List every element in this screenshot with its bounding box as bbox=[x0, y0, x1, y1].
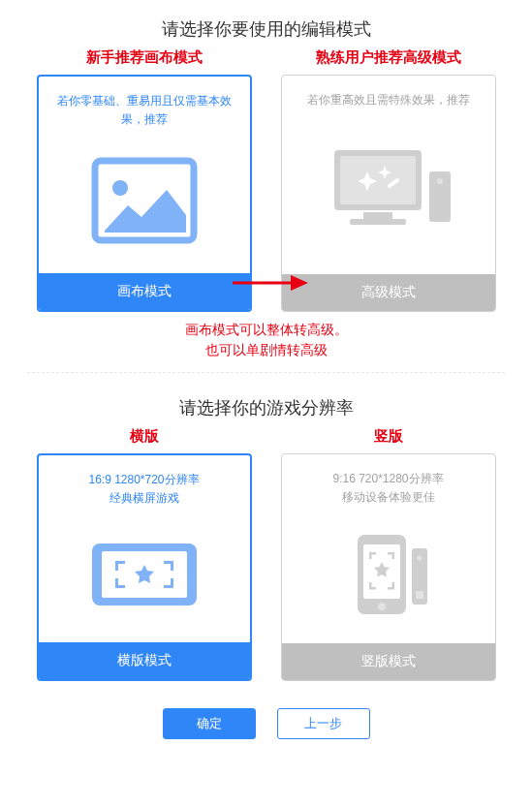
svg-point-3 bbox=[112, 180, 128, 196]
portrait-device-icon bbox=[340, 531, 437, 618]
svg-rect-7 bbox=[350, 219, 406, 225]
section2-title: 请选择你的游戏分辨率 bbox=[0, 379, 532, 427]
advanced-mode-card[interactable]: 若你重高效且需特殊效果，推荐 高级模式 bbox=[281, 75, 496, 312]
canvas-mode-footer: 画布模式 bbox=[39, 273, 250, 310]
resolution-cards: 横版 16:9 1280*720分辨率 经典横屏游戏 bbox=[0, 427, 532, 681]
svg-rect-31 bbox=[391, 582, 394, 589]
annotation-line1: 画布模式可以整体转高级。 bbox=[121, 320, 412, 340]
canvas-mode-card[interactable]: 若你零基础、重易用且仅需基本效果，推荐 画布模式 bbox=[37, 75, 252, 312]
landscape-device-icon bbox=[86, 536, 203, 613]
svg-rect-34 bbox=[416, 591, 423, 599]
computer-sparkle-icon bbox=[321, 142, 456, 239]
landscape-desc: 16:9 1280*720分辨率 经典横屏游戏 bbox=[39, 455, 250, 513]
svg-rect-20 bbox=[171, 578, 173, 588]
edit-mode-cards: 新手推荐画布模式 若你零基础、重易用且仅需基本效果，推荐 画布模式 熟练用户推荐… bbox=[0, 48, 532, 312]
svg-point-23 bbox=[378, 603, 386, 610]
back-button[interactable]: 上一步 bbox=[277, 708, 370, 739]
advanced-mode-desc: 若你重高效且需特殊效果，推荐 bbox=[282, 76, 495, 115]
advanced-mode-label: 熟练用户推荐高级模式 bbox=[316, 48, 461, 67]
section1-title: 请选择你要使用的编辑模式 bbox=[0, 0, 532, 48]
mode-annotation: 画布模式可以整体转高级。 也可以单剧情转高级 bbox=[121, 320, 412, 360]
svg-point-9 bbox=[437, 178, 443, 184]
landscape-label: 横版 bbox=[130, 427, 159, 446]
advanced-mode-media bbox=[282, 115, 495, 274]
landscape-media bbox=[39, 513, 250, 642]
svg-rect-25 bbox=[369, 552, 372, 559]
svg-rect-16 bbox=[171, 561, 173, 571]
portrait-card[interactable]: 9:16 720*1280分辨率 移动设备体验更佳 bbox=[281, 453, 496, 681]
section-divider bbox=[27, 372, 505, 373]
landscape-footer: 横版模式 bbox=[39, 642, 250, 679]
portrait-desc-1: 9:16 720*1280分辨率 bbox=[296, 470, 482, 488]
confirm-button[interactable]: 确定 bbox=[163, 708, 256, 739]
canvas-mode-desc: 若你零基础、重易用且仅需基本效果，推荐 bbox=[39, 77, 250, 135]
svg-rect-5 bbox=[340, 156, 416, 204]
svg-rect-18 bbox=[115, 578, 118, 588]
portrait-media bbox=[282, 512, 495, 643]
portrait-desc-2: 移动设备体验更佳 bbox=[296, 488, 482, 507]
annotation-line2: 也可以单剧情转高级 bbox=[121, 340, 412, 360]
landscape-desc-1: 16:9 1280*720分辨率 bbox=[52, 471, 236, 489]
svg-point-33 bbox=[417, 555, 422, 560]
canvas-mode-label: 新手推荐画布模式 bbox=[86, 48, 203, 67]
image-placeholder-icon bbox=[91, 157, 198, 244]
portrait-desc: 9:16 720*1280分辨率 移动设备体验更佳 bbox=[282, 454, 495, 512]
svg-rect-14 bbox=[115, 561, 118, 571]
landscape-desc-2: 经典横屏游戏 bbox=[52, 489, 236, 508]
advanced-mode-footer: 高级模式 bbox=[282, 274, 495, 311]
action-buttons: 确定 上一步 bbox=[0, 708, 532, 739]
canvas-mode-media bbox=[39, 135, 250, 273]
svg-rect-6 bbox=[363, 212, 392, 219]
landscape-card[interactable]: 16:9 1280*720分辨率 经典横屏游戏 bbox=[37, 453, 252, 681]
portrait-footer: 竖版模式 bbox=[282, 643, 495, 680]
portrait-label: 竖版 bbox=[374, 427, 403, 446]
svg-rect-29 bbox=[369, 582, 372, 589]
svg-rect-27 bbox=[391, 552, 394, 559]
